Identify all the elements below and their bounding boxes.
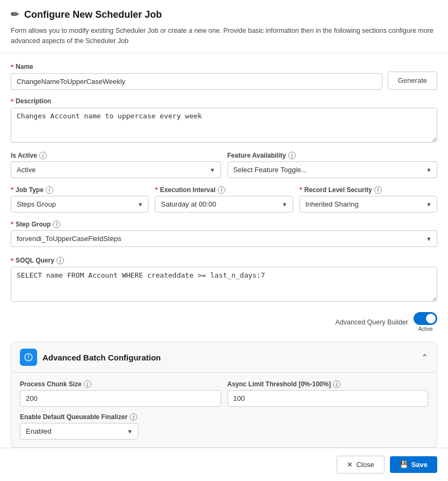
job-type-select[interactable]: Steps Group Apex Class xyxy=(11,196,148,213)
is-active-group: Is Active i Active Inactive ▼ xyxy=(11,152,221,178)
step-group-label: * Step Group i xyxy=(11,220,437,228)
job-type-row: * Job Type i Steps Group Apex Class ▼ * … xyxy=(11,186,437,213)
save-icon: 💾 xyxy=(400,461,408,469)
generate-button[interactable]: Generate xyxy=(388,72,437,90)
name-label: * Name xyxy=(11,63,382,71)
feature-availability-select-wrapper: Select Feature Toggle... ▼ xyxy=(227,161,438,178)
async-limit-label: Async Limit Threshold [0%-100%] i xyxy=(227,380,429,388)
soql-query-label: * SOQL Query i xyxy=(11,257,437,265)
advanced-query-toggle-wrapper: Active xyxy=(414,312,437,332)
async-limit-input[interactable] xyxy=(227,390,429,407)
record-level-security-group: * Record Level Security i Inherited Shar… xyxy=(300,186,437,213)
advanced-query-builder-label: Advanced Query Builder xyxy=(336,319,409,326)
pencil-icon: ✏ xyxy=(11,9,19,20)
advanced-query-active-label: Active xyxy=(418,326,432,332)
advanced-query-row: Advanced Query Builder Active xyxy=(11,312,437,332)
execution-interval-select[interactable]: Saturday at 00:00 Sunday at 00:00 Monday… xyxy=(155,196,293,213)
collapse-icon[interactable]: ⌃ xyxy=(421,352,428,363)
record-level-security-select-wrapper: Inherited Sharing With Sharing Without S… xyxy=(300,196,437,213)
close-button[interactable]: ✕ Close xyxy=(337,456,384,473)
async-limit-group: Async Limit Threshold [0%-100%] i xyxy=(227,380,429,407)
enable-finalizer-info-icon: i xyxy=(130,413,137,421)
execution-interval-label: * Execution Interval i xyxy=(155,186,293,194)
save-label: Save xyxy=(411,461,428,469)
is-active-select-wrapper: Active Inactive ▼ xyxy=(11,161,221,178)
process-chunk-size-group: Process Chunk Size i xyxy=(20,380,221,407)
name-group: * Name xyxy=(11,63,382,90)
section-header-left: Advanced Batch Configuration xyxy=(20,349,161,366)
form-body: * Name Generate * Description Changes Ac… xyxy=(0,53,448,342)
record-level-security-label: * Record Level Security i xyxy=(300,186,437,194)
section-body: Process Chunk Size i Async Limit Thresho… xyxy=(11,373,437,447)
name-required: * xyxy=(11,63,13,71)
header: ✏ Configure New Scheduler Job Form allow… xyxy=(0,0,448,53)
chunk-async-row: Process Chunk Size i Async Limit Thresho… xyxy=(20,380,428,407)
enable-finalizer-group: Enable Default Queueable Finalizer i Ena… xyxy=(20,413,428,440)
header-description: Form allows you to modify existing Sched… xyxy=(11,26,437,46)
section-header: Advanced Batch Configuration ⌃ xyxy=(11,342,437,373)
name-input[interactable] xyxy=(11,73,382,90)
execution-interval-info-icon: i xyxy=(218,186,225,194)
job-type-info-icon: i xyxy=(46,186,53,194)
feature-availability-info-icon: i xyxy=(288,152,296,159)
enable-finalizer-select[interactable]: Enabled Disabled xyxy=(20,423,138,440)
soql-query-group: * SOQL Query i SELECT name FROM Account … xyxy=(11,257,437,304)
feature-availability-label: Feature Availability i xyxy=(227,152,438,159)
advanced-batch-section: Advanced Batch Configuration ⌃ Process C… xyxy=(11,342,437,448)
page-title-text: Configure New Scheduler Job xyxy=(24,9,162,20)
process-chunk-size-label: Process Chunk Size i xyxy=(20,380,221,388)
job-type-group: * Job Type i Steps Group Apex Class ▼ xyxy=(11,186,148,213)
name-row: * Name Generate xyxy=(11,63,437,90)
enable-finalizer-label: Enable Default Queueable Finalizer i xyxy=(20,413,428,421)
close-label: Close xyxy=(356,461,374,469)
close-icon: ✕ xyxy=(347,461,353,469)
process-chunk-info-icon: i xyxy=(84,380,91,388)
step-group-group: * Step Group i forvendi_ToUpperCaseField… xyxy=(11,220,437,249)
soql-query-input[interactable]: SELECT name FROM Account WHERE createdda… xyxy=(11,267,437,302)
save-button[interactable]: 💾 Save xyxy=(390,456,437,473)
description-input[interactable]: Changes Account name to uppercase every … xyxy=(11,108,437,143)
is-active-info-icon: i xyxy=(39,152,47,159)
page-container: ✏ Configure New Scheduler Job Form allow… xyxy=(0,0,448,481)
execution-interval-group: * Execution Interval i Saturday at 00:00… xyxy=(155,186,293,213)
page-title: ✏ Configure New Scheduler Job xyxy=(11,9,437,20)
is-active-label: Is Active i xyxy=(11,152,221,159)
job-type-select-wrapper: Steps Group Apex Class ▼ xyxy=(11,196,148,213)
record-level-security-select[interactable]: Inherited Sharing With Sharing Without S… xyxy=(300,196,437,213)
description-label: * Description xyxy=(11,97,437,105)
enable-finalizer-select-wrapper: Enabled Disabled ▼ xyxy=(20,423,138,440)
footer: ✕ Close 💾 Save xyxy=(0,448,448,481)
feature-availability-group: Feature Availability i Select Feature To… xyxy=(227,152,438,178)
execution-interval-select-wrapper: Saturday at 00:00 Sunday at 00:00 Monday… xyxy=(155,196,293,213)
batch-icon xyxy=(20,349,37,366)
advanced-query-toggle[interactable] xyxy=(414,312,437,325)
record-level-security-info-icon: i xyxy=(374,186,382,194)
section-title: Advanced Batch Configuration xyxy=(42,353,161,362)
active-feature-row: Is Active i Active Inactive ▼ Feature Av… xyxy=(11,152,437,178)
description-group: * Description Changes Account name to up… xyxy=(11,97,437,145)
job-type-label: * Job Type i xyxy=(11,186,148,194)
step-group-info-icon: i xyxy=(53,221,60,228)
soql-query-info-icon: i xyxy=(56,257,64,264)
step-group-select-wrapper: forvendi_ToUpperCaseFieldSteps ▼ xyxy=(11,230,437,247)
step-group-select[interactable]: forvendi_ToUpperCaseFieldSteps xyxy=(11,230,437,247)
is-active-select[interactable]: Active Inactive xyxy=(11,161,221,178)
feature-availability-select[interactable]: Select Feature Toggle... xyxy=(227,161,438,178)
async-limit-info-icon: i xyxy=(333,380,340,388)
process-chunk-size-input[interactable] xyxy=(20,390,221,407)
